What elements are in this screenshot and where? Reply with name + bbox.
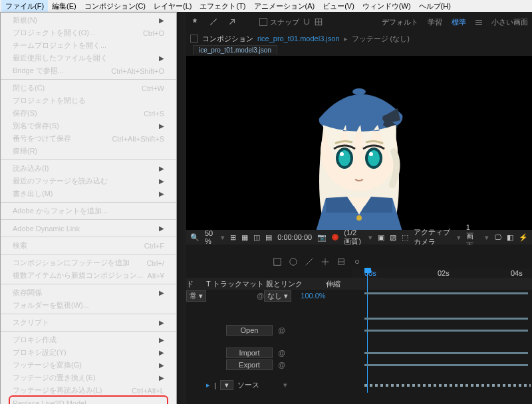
viewport-footer: 🔍 50 %▾ ⊞ ▦ ◫ ▤ 0:00:00:00 📷 (1/2画質)▾ ▣ … — [186, 230, 532, 245]
menu-item[interactable]: フォルダーを監視(W)... — [1, 299, 176, 312]
menu-item[interactable]: フッテージを変換(G)▶ — [1, 359, 176, 371]
magnify-icon[interactable]: 🔍 — [190, 233, 200, 242]
timeline-layer-row[interactable]: 常 ▾ @ なし ▾ 100.0% — [186, 290, 326, 302]
import-button[interactable]: Import — [226, 348, 273, 358]
svg-point-10 — [356, 215, 362, 221]
comp-name-link[interactable]: rice_pro_t01.model3.json — [257, 35, 340, 43]
timecode[interactable]: 0:00:00:00 — [277, 233, 312, 241]
menu-item[interactable]: 番号をつけて保存Ctrl+Alt+Shift+S — [1, 132, 176, 145]
menu-edit[interactable]: 編集(E) — [48, 0, 80, 13]
comp-breadcrumb: コンポジション rice_pro_t01.model3.json ▸ フッテージ… — [186, 32, 532, 45]
workspace-small[interactable]: 小さい画面 — [491, 17, 528, 27]
workspace-learn[interactable]: 学習 — [428, 17, 442, 27]
wand-tool-icon[interactable] — [227, 17, 237, 27]
mask-icon[interactable]: ◫ — [253, 233, 260, 242]
layer-bar[interactable] — [364, 352, 528, 354]
menu-item[interactable]: 閉じる(C)Ctrl+W — [1, 82, 176, 94]
region-icon[interactable]: ▣ — [378, 233, 384, 242]
menu-item[interactable]: 最近のフッテージを読み込む▶ — [1, 175, 176, 187]
menubar: ファイル(F) 編集(E) コンポジション(C) レイヤー(L) エフェクト(T… — [0, 0, 532, 12]
menu-view[interactable]: ビュー(V) — [319, 0, 358, 13]
workspace-standard[interactable]: 標準 — [452, 17, 466, 27]
timeline-tracks[interactable] — [352, 278, 532, 404]
layer-bar[interactable] — [364, 330, 528, 332]
hand-tool-icon[interactable] — [190, 17, 200, 27]
snapshot-icon[interactable]: 📷 — [317, 233, 327, 242]
menu-item[interactable]: 別名で保存(S)▶ — [1, 120, 176, 132]
snap-grid-icon[interactable] — [314, 17, 323, 27]
pickwhip-icon[interactable]: @ — [278, 326, 285, 334]
menu-item[interactable]: 新規(N)▶ — [1, 14, 176, 27]
snap-checkbox[interactable] — [259, 18, 267, 26]
layer-bar[interactable] — [364, 318, 528, 320]
menu-item[interactable]: Replace Live2D Model — [1, 397, 176, 404]
svg-point-3 — [382, 115, 389, 122]
menu-effect[interactable]: エフェクト(T) — [196, 0, 249, 13]
view-3d-icon[interactable]: ⬚ — [402, 233, 408, 242]
brush-tool-icon[interactable] — [209, 17, 218, 27]
menu-item[interactable]: 書き出し(M)▶ — [1, 187, 176, 200]
composition-viewport[interactable] — [186, 56, 532, 234]
ruler-tick: 00s — [364, 269, 376, 277]
tl-tool-icon[interactable] — [289, 257, 298, 266]
channel-icon[interactable]: ▤ — [265, 233, 272, 242]
open-button[interactable]: Open — [226, 325, 273, 336]
parent-dropdown[interactable]: なし ▾ — [264, 290, 291, 302]
resolution-dropdown[interactable]: (1/2画質) — [344, 229, 363, 247]
menu-item[interactable]: フッテージを再読み込み(L)Ctrl+Alt+L — [1, 384, 176, 397]
layer-source-row[interactable]: ▸ | ▾ ソース ▾ — [206, 380, 287, 390]
stretch-value[interactable]: 100.0% — [301, 292, 325, 300]
pickwhip-icon[interactable]: @ — [278, 361, 285, 369]
keyframe-strip[interactable] — [364, 384, 531, 387]
menu-animation[interactable]: アニメーション(A) — [250, 0, 319, 13]
menu-window[interactable]: ウィンドウ(W) — [358, 0, 415, 13]
comp-tab[interactable]: ice_pro_t01.model3.json — [193, 45, 277, 54]
toolbar-header: スナップ デフォルト 学習 標準 小さい画面 — [186, 12, 532, 32]
menu-item[interactable]: Bridge で参照...Ctrl+Alt+Shift+O — [1, 64, 176, 77]
tl-tool-icon[interactable] — [352, 257, 362, 266]
menu-help[interactable]: ヘルプ(H) — [415, 0, 455, 13]
tl-tool-icon[interactable] — [336, 257, 346, 266]
resolution-icon[interactable]: ⊞ — [230, 233, 236, 242]
menu-item[interactable]: 読み込み(I)▶ — [1, 162, 176, 175]
timeline-ruler[interactable]: 00s 02s 04s 06s 08s — [352, 268, 532, 278]
blendmode-dropdown[interactable]: 常 ▾ — [186, 290, 206, 302]
pixel-aspect-icon[interactable]: ◧ — [507, 233, 513, 242]
menu-item[interactable]: スクリプト▶ — [1, 316, 176, 329]
menu-item[interactable]: 保存(S)Ctrl+S — [1, 107, 176, 120]
svg-point-6 — [340, 152, 344, 156]
export-button[interactable]: Export — [226, 359, 273, 370]
menu-item[interactable]: 最近使用したファイルを開く▶ — [1, 52, 176, 64]
menu-item[interactable]: Adobe からフォントを追加... — [1, 205, 176, 217]
menu-item[interactable]: コンポジションにフッテージを追加Ctrl+/ — [1, 256, 176, 269]
tl-tool-icon[interactable] — [273, 257, 282, 266]
menu-item[interactable]: プロジェクトを閉じる — [1, 94, 176, 107]
workspace-menu-icon[interactable] — [475, 20, 482, 25]
menu-item[interactable]: 検索Ctrl+F — [1, 239, 176, 252]
menu-item[interactable]: フッテージの置き換え(E)▶ — [1, 371, 176, 384]
tl-tool-icon[interactable] — [321, 257, 330, 266]
workspace-default[interactable]: デフォルト — [382, 17, 418, 27]
menu-item[interactable]: Adobe Dynamic Link▶ — [1, 222, 176, 235]
menu-item[interactable]: 依存関係▶ — [1, 286, 176, 299]
view-layout-icon[interactable]: 🖵 — [494, 233, 501, 242]
toggle-alpha-icon[interactable]: ▧ — [390, 233, 396, 242]
layer-bar[interactable] — [364, 364, 528, 366]
snap-magnet-icon[interactable] — [302, 17, 311, 27]
menu-item[interactable]: プロキシ設定(Y)▶ — [1, 346, 176, 359]
menu-file[interactable]: ファイル(F) — [1, 0, 48, 13]
tl-tool-icon[interactable] — [305, 257, 314, 266]
pickwhip-icon[interactable]: @ — [278, 349, 285, 357]
fast-preview-icon[interactable]: ⚡ — [519, 233, 528, 242]
zoom-dropdown[interactable]: 50 % — [205, 229, 215, 245]
menu-item[interactable]: プロキシ作成▶ — [1, 334, 176, 346]
menu-item[interactable]: 複数アイテムから新規コンポジション...Alt+¥ — [1, 269, 176, 282]
menu-item[interactable]: チームプロジェクトを開く... — [1, 39, 176, 52]
menu-layer[interactable]: レイヤー(L) — [150, 0, 196, 13]
menu-composition[interactable]: コンポジション(C) — [80, 0, 150, 13]
menu-item[interactable]: プロジェクトを開く(O)...Ctrl+O — [1, 27, 176, 39]
color-wheel-icon[interactable] — [332, 234, 338, 241]
layer-bar[interactable] — [364, 292, 528, 294]
grid-icon[interactable]: ▦ — [241, 233, 248, 242]
chevron-icon: ▸ — [344, 35, 348, 43]
